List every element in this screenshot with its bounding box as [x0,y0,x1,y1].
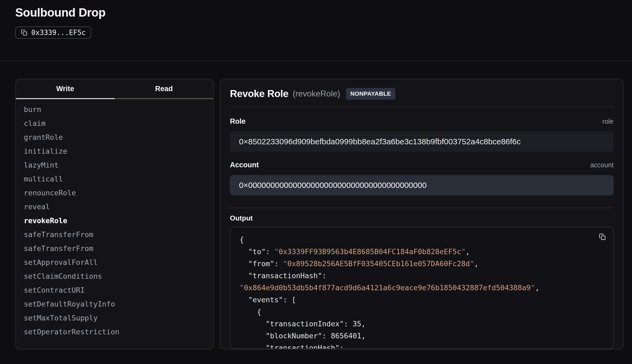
function-list: burnclaimgrantRoleinitializelazyMintmult… [16,102,213,339]
copy-icon [21,29,28,36]
page-header: Soulbound Drop 0x3339...EF5c [15,0,106,39]
mutability-badge: NONPAYABLE [346,88,395,100]
function-list-item[interactable]: safeTransferFrom [24,241,213,255]
output-section-divider [230,208,614,208]
contract-address-label: 0x3339...EF5c [31,29,86,37]
function-list-item[interactable]: burn [24,102,213,116]
function-title: Revoke Role [230,88,288,99]
function-list-item[interactable]: lazyMint [24,158,213,172]
output-box: { "to": "0x3339FF93B9563b4E8685B04FC184a… [230,227,614,349]
function-signature: (revokeRole) [293,89,340,99]
role-input[interactable]: 0×8502233096d909befbda0999bb8ea2f3a6be3c… [230,131,614,152]
function-list-item[interactable]: renounceRole [24,186,213,200]
page: Soulbound Drop 0x3339...EF5c Write Read … [0,0,632,364]
function-list-item[interactable]: setMaxTotalSupply [24,311,213,325]
contract-address-button[interactable]: 0x3339...EF5c [15,26,91,39]
role-label: Role [230,117,246,126]
output-json: { "to": "0x3339FF93B9563b4E8685B04FC184a… [240,234,604,349]
function-list-item[interactable]: initialize [24,144,213,158]
function-list-item[interactable]: claim [24,116,213,130]
function-list-item[interactable]: setClaimConditions [24,269,213,283]
tab-read[interactable]: Read [115,79,214,99]
account-field-header: Account account [230,161,614,169]
function-list-item[interactable]: multicall [24,172,213,186]
account-type-hint: account [590,161,614,169]
function-list-item[interactable]: safeTransferFrom [24,227,213,241]
function-list-item[interactable]: setApprovalForAll [24,255,213,269]
role-type-hint: role [602,118,614,125]
role-field-header: Role role [230,117,614,126]
account-label: Account [230,161,259,169]
copy-icon [599,237,606,241]
main-content: Write Read burnclaimgrantRoleinitializel… [15,79,624,350]
function-list-item[interactable]: reveal [24,200,213,214]
tab-bar: Write Read [16,79,213,99]
output-label: Output [230,214,614,222]
function-form: Role role 0×8502233096d909befbda0999bb8e… [220,107,623,349]
copy-output-button[interactable] [599,233,606,241]
function-list-item[interactable]: revokeRole [24,214,213,227]
function-list-item[interactable]: setOperatorRestriction [24,325,213,339]
function-detail-header: Revoke Role (revokeRole) NONPAYABLE [220,79,623,107]
function-list-item[interactable]: setDefaultRoyaltyInfo [24,297,213,311]
function-list-item[interactable]: grantRole [24,130,213,144]
function-detail-panel: Revoke Role (revokeRole) NONPAYABLE Role… [220,79,624,350]
function-list-item[interactable]: setContractURI [24,283,213,297]
page-title: Soulbound Drop [15,0,106,19]
header-divider [0,61,632,61]
function-list-panel: Write Read burnclaimgrantRoleinitializel… [15,79,214,350]
tab-write[interactable]: Write [16,79,115,99]
account-input[interactable]: 0×00000000000000000000000000000000000000… [230,175,614,195]
